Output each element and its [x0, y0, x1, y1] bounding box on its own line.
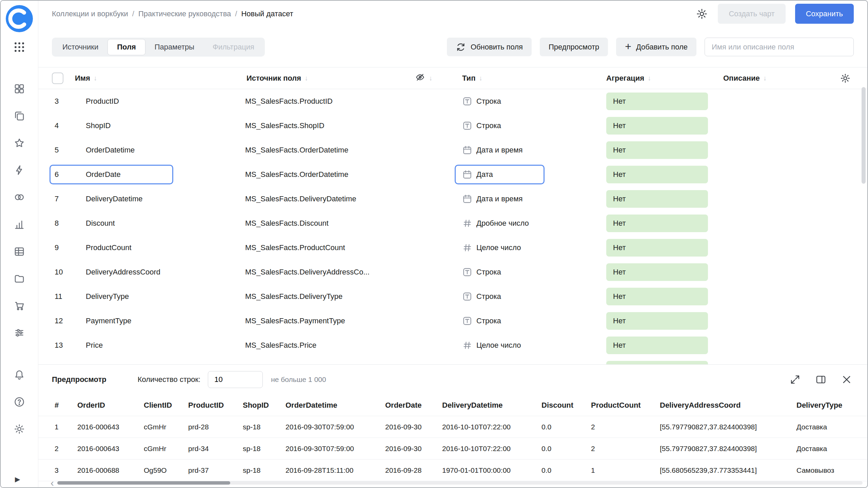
fields-table-body: 3ProductIDMS_SalesFacts.ProductIDСтрокаН… — [38, 89, 867, 364]
field-name[interactable]: OrderDate — [86, 170, 245, 179]
aggregation-select[interactable]: Нет — [606, 288, 708, 305]
field-aggregation-cell: Нет — [606, 312, 723, 330]
field-name[interactable]: PaymentType — [86, 317, 245, 325]
fields-table: Имя ↓ Источник поля ↓ ↓ — [38, 67, 867, 364]
apps-grid-icon[interactable] — [13, 41, 26, 54]
preview-close-icon[interactable] — [841, 374, 852, 385]
topbar: Коллекции и воркбуки/Практические руково… — [38, 1, 867, 27]
field-name[interactable]: ProductID — [86, 97, 245, 106]
column-header-aggregation[interactable]: Агрегация ↓ — [606, 74, 723, 83]
tab-parameters[interactable]: Параметры — [145, 39, 203, 55]
column-header-source[interactable]: Источник поля ↓ — [246, 74, 415, 83]
field-search-input[interactable] — [705, 38, 854, 56]
vertical-scrollbar[interactable] — [862, 72, 866, 360]
field-type[interactable]: Строка — [462, 291, 606, 302]
preview-toggle-button[interactable]: Предпросмотр — [540, 38, 608, 56]
preview-expand-icon[interactable] — [789, 374, 801, 385]
breadcrumb-item[interactable]: Практические руководства — [138, 9, 231, 18]
refresh-fields-button[interactable]: Обновить поля — [447, 38, 532, 56]
field-name[interactable]: DeliveryDatetime — [86, 195, 245, 203]
horizontal-scroll-thumb[interactable] — [57, 481, 230, 485]
field-name[interactable]: OrderDatetime — [86, 146, 245, 155]
field-type[interactable]: Строка — [462, 267, 606, 277]
preview-cell: 3 — [52, 466, 75, 474]
create-chart-button[interactable]: Создать чарт — [718, 4, 785, 24]
number-type-icon — [462, 218, 472, 228]
aggregation-select[interactable]: Нет — [606, 93, 708, 110]
preview-cell: sp-18 — [240, 466, 283, 474]
field-name[interactable]: DeliveryAddressCoord — [86, 268, 245, 277]
field-name[interactable]: DeliveryType — [86, 292, 245, 301]
dataset-tabs: ИсточникиПоляПараметрыФильтрация — [52, 38, 265, 57]
breadcrumb-separator: / — [235, 9, 237, 18]
aggregation-select[interactable]: Нет — [606, 312, 708, 330]
help-icon[interactable] — [13, 396, 25, 408]
save-button[interactable]: Сохранить — [795, 4, 854, 24]
tab-sources[interactable]: Источники — [53, 39, 107, 55]
aggregation-select[interactable]: Нет — [606, 190, 708, 208]
aggregation-select[interactable]: Нет — [606, 166, 708, 183]
aggregation-select[interactable]: Нет — [606, 239, 708, 257]
select-all-checkbox[interactable] — [52, 73, 63, 84]
aggregation-select[interactable]: Нет — [606, 361, 708, 364]
field-name[interactable]: ShopID — [86, 121, 245, 130]
bar-chart-icon[interactable] — [13, 218, 25, 230]
add-field-button[interactable]: + Добавить поле — [616, 38, 696, 56]
sidebar-expand-icon[interactable]: ▶ — [15, 475, 20, 483]
column-header-hidden[interactable]: ↓ — [415, 72, 462, 85]
gear-icon[interactable] — [13, 423, 25, 435]
horizontal-scroll-track[interactable] — [57, 481, 863, 485]
column-header-name[interactable]: Имя ↓ — [75, 74, 246, 83]
column-header-type[interactable]: Тип ↓ — [462, 74, 606, 83]
table-icon[interactable] — [13, 245, 25, 258]
horizontal-scrollbar[interactable]: ‹ — [38, 479, 863, 487]
preview-split-view-icon[interactable] — [815, 374, 827, 385]
field-type[interactable]: Целое число — [462, 243, 606, 253]
field-type-label: Строка — [476, 268, 501, 277]
column-header-description[interactable]: Описание ↓ — [723, 74, 837, 83]
sliders-icon[interactable] — [13, 327, 25, 339]
field-type[interactable]: Строка — [462, 96, 606, 106]
number-type-icon — [462, 340, 472, 350]
tiles-icon[interactable] — [13, 83, 25, 95]
field-type[interactable]: Дробное число — [462, 218, 606, 228]
aggregation-select[interactable]: Нет — [606, 337, 708, 354]
sort-arrow-icon: ↓ — [304, 74, 308, 82]
aggregation-select[interactable]: Нет — [606, 263, 708, 281]
table-settings-gear-icon[interactable] — [840, 73, 851, 84]
field-name[interactable]: ProductCount — [86, 243, 245, 252]
tab-fields[interactable]: Поля — [107, 39, 145, 55]
preview-column-header: DeliveryType — [794, 401, 867, 410]
bell-icon[interactable] — [13, 369, 25, 381]
breadcrumb-item[interactable]: Коллекции и воркбуки — [52, 9, 128, 18]
star-icon[interactable] — [13, 137, 25, 149]
field-aggregation-cell: Нет — [606, 361, 723, 364]
number-type-icon — [462, 243, 472, 253]
field-aggregation-cell: Нет — [606, 215, 723, 232]
field-type[interactable]: Строка — [462, 316, 606, 326]
vertical-scroll-thumb[interactable] — [862, 87, 866, 184]
field-row-number: 9 — [52, 243, 86, 252]
datalens-logo-icon[interactable] — [6, 5, 33, 32]
field-name[interactable]: Price — [86, 341, 245, 350]
chevron-left-icon[interactable]: ‹ — [51, 480, 54, 486]
field-row: 11DeliveryTypeMS_SalesFacts.DeliveryType… — [38, 284, 867, 309]
folder-icon[interactable] — [13, 272, 25, 285]
main-area: Коллекции и воркбуки/Практические руково… — [38, 1, 867, 487]
field-type[interactable]: Строка — [462, 121, 606, 131]
field-name[interactable]: Discount — [86, 219, 245, 228]
lightning-icon[interactable] — [13, 164, 25, 176]
field-type[interactable]: Дата и время — [462, 145, 606, 155]
dataset-settings-gear-icon[interactable] — [695, 7, 708, 20]
aggregation-select[interactable]: Нет — [606, 117, 708, 135]
field-type[interactable]: Дата — [462, 169, 606, 180]
aggregation-select[interactable]: Нет — [606, 141, 708, 159]
circles-icon[interactable] — [13, 191, 25, 203]
field-type[interactable]: Целое число — [462, 340, 606, 350]
field-type[interactable]: Дата и время — [462, 194, 606, 204]
layers-icon[interactable] — [13, 110, 25, 122]
cart-icon[interactable] — [13, 300, 25, 312]
aggregation-select[interactable]: Нет — [606, 215, 708, 232]
rows-count-input[interactable] — [208, 371, 263, 388]
add-field-label: Добавить поле — [636, 43, 688, 52]
